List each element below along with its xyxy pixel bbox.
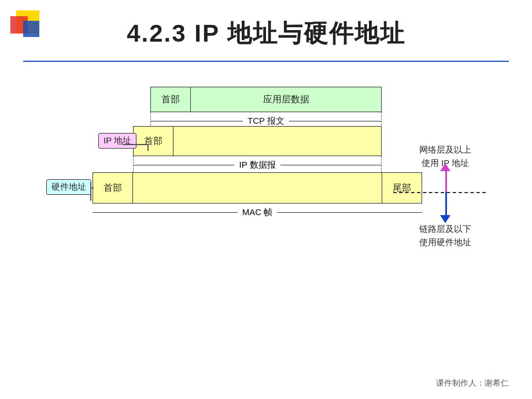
tcp-line-left [150,121,243,121]
footer-credit: 课件制作人：谢希仁 [436,378,509,389]
ip-address-label: IP 地址 [98,133,136,149]
app-layer: 首部 应用层数据 [150,87,382,112]
ip-layer-body [173,126,382,156]
mac-label-row: MAC 帧 [93,206,422,219]
ip-label-row: IP 数据报 [133,158,382,171]
ip-line-right [280,165,382,165]
ip-layer-header: 首部 [133,126,173,156]
ip-connect-horizontal [123,144,148,145]
app-layer-header: 首部 [150,87,191,112]
ip-label: IP 数据报 [234,160,280,171]
hardware-address-label: 硬件地址 [46,179,91,195]
tcp-label: TCP 报文 [243,116,289,127]
mac-layer-body [133,172,382,204]
page-title: 4.2.3 IP 地址与硬件地址 [0,17,532,50]
title-underline [23,61,509,62]
mac-layer: 首部 尾部 [93,172,422,204]
dashed-divider-line [393,192,486,193]
app-layer-data: 应用层数据 [191,87,382,112]
mac-layer-header: 首部 [93,172,133,204]
right-lower-annotation: 链路层及以下 使用硬件地址 [399,223,492,249]
mac-layer-tail: 尾部 [382,172,422,204]
hw-connect-vertical [90,182,91,201]
mac-label: MAC 帧 [238,207,278,218]
arrow-up-shaft [445,168,447,194]
ip-line-left [133,165,234,165]
ip-layer: 首部 [133,126,382,156]
mac-line-left [93,212,238,213]
tcp-line-right [289,121,382,121]
arrow-down-head [440,215,450,223]
arrow-down-shaft [445,192,447,218]
ip-connect-vertical [147,144,149,151]
mac-line-right [277,212,422,213]
slide: 4.2.3 IP 地址与硬件地址 首部 应用层数据 TCP 报文 首部 [0,0,532,399]
tcp-label-row: TCP 报文 [150,114,382,127]
diagram-area: 首部 应用层数据 TCP 报文 首部 IP 数据报 首部 [35,75,497,353]
